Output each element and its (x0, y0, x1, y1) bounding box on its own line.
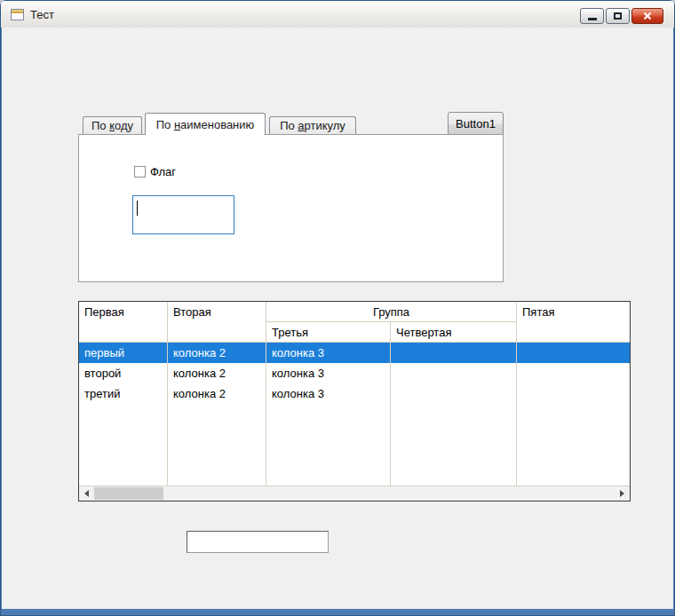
maximize-icon (614, 12, 622, 20)
tab-page-edit-field[interactable] (132, 195, 234, 234)
checkbox-label: Флаг (150, 165, 176, 178)
text-caret (137, 201, 138, 216)
close-icon (642, 11, 653, 21)
grid-cell[interactable]: первый (79, 343, 168, 363)
button1-label: Button1 (456, 117, 496, 130)
grid-cell[interactable]: колонка 2 (168, 383, 266, 404)
tab-po-kodu[interactable]: По коду (83, 116, 142, 134)
checkbox-box-icon (134, 166, 146, 178)
tab-po-artikulu[interactable]: По артикулу (269, 116, 356, 134)
data-grid: Первая Вторая Группа Пятая Третья Четвер… (78, 301, 631, 501)
table-row: второй колонка 2 колонка 3 (79, 363, 630, 383)
tab-po-naimenovaniyu[interactable]: По наименованию (145, 113, 266, 135)
scroll-right-button[interactable] (615, 486, 630, 501)
column-header-tretya[interactable]: Третья (266, 322, 391, 342)
column-header-chetvertaya[interactable]: Четвертая (391, 322, 517, 342)
grid-empty-area (79, 404, 630, 486)
grid-cell[interactable] (517, 343, 630, 363)
grid-cell[interactable]: колонка 3 (266, 383, 391, 404)
tab-label: По коду (91, 119, 133, 132)
window-title: Тест (30, 8, 54, 21)
flag-checkbox[interactable]: Флаг (134, 165, 176, 178)
maximize-button[interactable] (606, 8, 630, 24)
grid-cell[interactable]: колонка 3 (266, 363, 391, 383)
close-button[interactable] (631, 8, 663, 24)
grid-cell[interactable] (391, 363, 517, 383)
grid-cell[interactable] (391, 383, 517, 404)
grid-cell[interactable]: колонка 2 (168, 343, 266, 363)
grid-cell[interactable]: колонка 3 (266, 343, 391, 363)
titlebar[interactable]: Тест (1, 1, 674, 28)
grid-cell[interactable] (517, 383, 630, 404)
button1[interactable]: Button1 (448, 112, 504, 136)
grid-cell[interactable]: колонка 2 (168, 363, 266, 383)
tab-label: По артикулу (280, 119, 345, 132)
scrollbar-thumb[interactable] (94, 487, 163, 500)
scroll-left-icon (81, 490, 89, 497)
minimize-icon (588, 18, 597, 20)
table-row: первый колонка 2 колонка 3 (79, 343, 630, 363)
bottom-edit-field[interactable] (187, 531, 329, 553)
scroll-left-button[interactable] (79, 486, 93, 501)
horizontal-scrollbar[interactable] (79, 486, 630, 501)
column-header-vtoraya[interactable]: Вторая (168, 302, 266, 342)
minimize-button[interactable] (580, 8, 604, 24)
window-controls (580, 8, 663, 24)
tab-page-panel: Флаг (78, 134, 504, 282)
column-header-pervaya[interactable]: Первая (79, 302, 168, 342)
grid-cell[interactable]: третий (79, 383, 168, 404)
grid-cell[interactable] (517, 363, 630, 383)
client-area: По коду По наименованию По артикулу Butt… (2, 28, 673, 609)
column-group-gruppa[interactable]: Группа (266, 302, 517, 322)
tab-label: По наименованию (156, 118, 255, 131)
grid-header: Первая Вторая Группа Пятая Третья Четвер… (79, 302, 630, 343)
grid-cell[interactable]: второй (79, 363, 168, 383)
table-row: третий колонка 2 колонка 3 (79, 383, 630, 404)
column-header-pyataya[interactable]: Пятая (517, 302, 630, 342)
scroll-right-icon (620, 490, 628, 497)
app-icon[interactable] (11, 9, 24, 20)
grid-cell[interactable] (391, 343, 517, 363)
app-window: Тест По коду По наименованию По артикулу… (0, 0, 675, 616)
